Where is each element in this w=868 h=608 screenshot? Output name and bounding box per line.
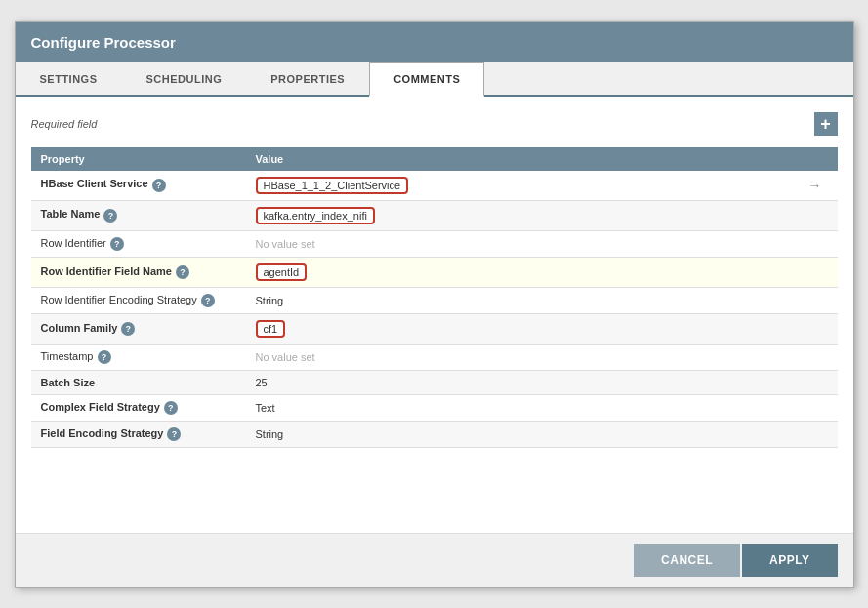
value-muted: No value set [256, 351, 315, 363]
help-icon[interactable]: ? [103, 209, 117, 223]
help-icon[interactable]: ? [121, 322, 135, 336]
tab-content: Required field + Property Value HBase Cl… [16, 97, 853, 533]
table-row: Row Identifier Field Name?agentId [31, 257, 838, 287]
property-name-cell: Complex Field Strategy? [31, 394, 246, 421]
action-cell [799, 313, 838, 344]
property-name: Row Identifier Encoding Strategy [41, 294, 197, 305]
apply-button[interactable]: APPLY [742, 544, 837, 577]
value-chip[interactable]: cf1 [256, 320, 286, 338]
action-cell: → [799, 171, 838, 201]
add-property-button[interactable]: + [814, 112, 838, 136]
action-cell [799, 370, 838, 394]
dialog-footer: CANCEL APPLY [16, 533, 853, 587]
table-row: Batch Size25 [31, 370, 838, 394]
property-name-cell: Field Encoding Strategy? [31, 421, 246, 447]
value-text: String [256, 428, 284, 440]
value-chip[interactable]: kafka.entry_index_nifi [256, 207, 375, 224]
action-cell [799, 287, 838, 313]
property-name: HBase Client Service [41, 178, 148, 189]
property-value-cell: kafka.entry_index_nifi [246, 200, 799, 230]
table-row: Table Name?kafka.entry_index_nifi [31, 200, 838, 230]
table-row: Row Identifier?No value set [31, 230, 838, 257]
table-row: Complex Field Strategy?Text [31, 394, 838, 421]
col-action-header [799, 147, 838, 171]
property-value-cell: String [246, 421, 799, 447]
value-text: Text [256, 402, 275, 414]
navigate-arrow-icon[interactable]: → [808, 178, 822, 193]
help-icon[interactable]: ? [201, 294, 215, 307]
property-value-cell: Text [246, 394, 799, 421]
property-value-cell: HBase_1_1_2_ClientService [246, 171, 799, 201]
tab-settings[interactable]: SETTINGS [16, 62, 122, 95]
property-value-cell: String [246, 287, 799, 313]
property-name-cell: Batch Size [31, 370, 246, 394]
property-name: Complex Field Strategy [41, 401, 160, 413]
table-row: Timestamp?No value set [31, 344, 838, 370]
value-muted: No value set [256, 238, 315, 250]
tab-properties[interactable]: PROPERTIES [246, 62, 369, 95]
property-name-cell: Row Identifier? [31, 230, 246, 257]
property-name-cell: HBase Client Service? [31, 171, 246, 201]
property-name: Timestamp [41, 350, 94, 362]
table-header-row: Property Value [31, 147, 838, 171]
property-name: Column Family [41, 322, 118, 334]
help-icon[interactable]: ? [110, 237, 124, 251]
col-property-header: Property [31, 147, 246, 171]
property-name: Batch Size [41, 377, 96, 388]
property-name-cell: Table Name? [31, 200, 246, 230]
table-row: HBase Client Service?HBase_1_1_2_ClientS… [31, 171, 838, 201]
property-value-cell: No value set [246, 344, 799, 370]
property-value-cell: 25 [246, 370, 799, 394]
cancel-button[interactable]: CANCEL [634, 544, 740, 577]
col-value-header: Value [246, 147, 799, 171]
configure-processor-dialog: Configure Processor SETTINGS SCHEDULING … [15, 21, 854, 588]
help-icon[interactable]: ? [164, 401, 178, 415]
value-chip[interactable]: HBase_1_1_2_ClientService [256, 177, 409, 194]
table-row: Row Identifier Encoding Strategy?String [31, 287, 838, 313]
property-name: Row Identifier Field Name [41, 265, 172, 277]
property-value-cell: cf1 [246, 313, 799, 344]
value-chip[interactable]: agentId [256, 263, 308, 281]
value-text: 25 [256, 377, 268, 388]
help-icon[interactable]: ? [152, 179, 166, 192]
action-cell [799, 421, 838, 447]
help-icon[interactable]: ? [98, 350, 111, 364]
property-value-cell: No value set [246, 230, 799, 257]
action-cell [799, 230, 838, 257]
action-cell [799, 344, 838, 370]
value-text: String [256, 295, 284, 306]
tab-bar: SETTINGS SCHEDULING PROPERTIES COMMENTS [16, 62, 853, 97]
property-value-cell: agentId [246, 257, 799, 287]
property-name: Table Name [41, 208, 101, 220]
tab-comments[interactable]: COMMENTS [369, 62, 484, 97]
action-cell [799, 394, 838, 421]
property-name: Field Encoding Strategy [41, 427, 164, 439]
table-row: Field Encoding Strategy?String [31, 421, 838, 447]
property-name-cell: Column Family? [31, 313, 246, 344]
required-field-row: Required field + [31, 108, 838, 140]
action-cell [799, 257, 838, 287]
help-icon[interactable]: ? [167, 427, 181, 441]
property-name-cell: Row Identifier Field Name? [31, 257, 246, 287]
tab-scheduling[interactable]: SCHEDULING [122, 62, 247, 95]
dialog-title: Configure Processor [16, 22, 853, 62]
property-name-cell: Row Identifier Encoding Strategy? [31, 287, 246, 313]
properties-table: Property Value HBase Client Service?HBas… [31, 147, 838, 448]
required-field-label: Required field [31, 118, 98, 130]
property-name-cell: Timestamp? [31, 344, 246, 370]
property-name: Row Identifier [41, 237, 106, 249]
help-icon[interactable]: ? [176, 265, 189, 279]
action-cell [799, 200, 838, 230]
table-row: Column Family?cf1 [31, 313, 838, 344]
